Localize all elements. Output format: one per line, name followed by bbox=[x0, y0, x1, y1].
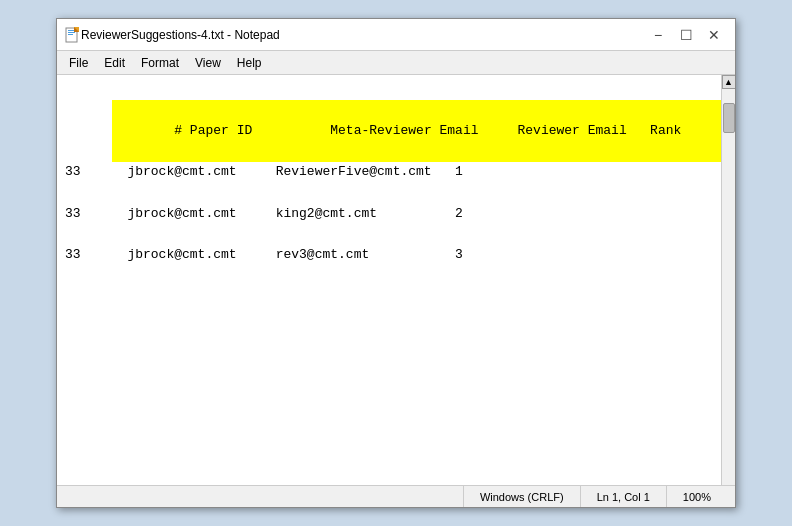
content-area: # Paper ID Meta-Reviewer Email Reviewer … bbox=[57, 75, 735, 485]
status-zoom: 100% bbox=[667, 486, 727, 507]
maximize-button[interactable]: ☐ bbox=[673, 25, 699, 45]
menu-file[interactable]: File bbox=[61, 54, 96, 72]
data-row-3: 33 jbrock@cmt.cmt rev3@cmt.cmt 3 bbox=[65, 245, 713, 266]
header-text: # Paper ID Meta-Reviewer Email Reviewer … bbox=[174, 123, 705, 138]
menu-bar: File Edit Format View Help bbox=[57, 51, 735, 75]
data-row-1: 33 jbrock@cmt.cmt ReviewerFive@cmt.cmt 1 bbox=[65, 162, 713, 183]
svg-rect-3 bbox=[68, 34, 73, 35]
window-controls: − ☐ ✕ bbox=[645, 25, 727, 45]
scroll-up-arrow[interactable]: ▲ bbox=[722, 75, 736, 89]
header-row: # Paper ID Meta-Reviewer Email Reviewer … bbox=[112, 100, 721, 162]
svg-rect-2 bbox=[68, 32, 75, 33]
title-bar: ReviewerSuggestions-4.txt - Notepad − ☐ … bbox=[57, 19, 735, 51]
notepad-window: ReviewerSuggestions-4.txt - Notepad − ☐ … bbox=[56, 18, 736, 508]
scroll-thumb[interactable] bbox=[723, 103, 735, 133]
status-empty bbox=[65, 486, 464, 507]
close-button[interactable]: ✕ bbox=[701, 25, 727, 45]
menu-format[interactable]: Format bbox=[133, 54, 187, 72]
data-row-2: 33 jbrock@cmt.cmt king2@cmt.cmt 2 bbox=[65, 204, 713, 225]
vertical-scrollbar[interactable]: ▲ bbox=[721, 75, 735, 485]
status-encoding: Windows (CRLF) bbox=[464, 486, 581, 507]
status-position: Ln 1, Col 1 bbox=[581, 486, 667, 507]
minimize-button[interactable]: − bbox=[645, 25, 671, 45]
svg-rect-1 bbox=[68, 30, 75, 31]
status-bar: Windows (CRLF) Ln 1, Col 1 100% bbox=[57, 485, 735, 507]
notepad-icon bbox=[65, 27, 81, 43]
window-title: ReviewerSuggestions-4.txt - Notepad bbox=[81, 28, 645, 42]
menu-help[interactable]: Help bbox=[229, 54, 270, 72]
text-editor[interactable]: # Paper ID Meta-Reviewer Email Reviewer … bbox=[57, 75, 721, 485]
menu-view[interactable]: View bbox=[187, 54, 229, 72]
menu-edit[interactable]: Edit bbox=[96, 54, 133, 72]
